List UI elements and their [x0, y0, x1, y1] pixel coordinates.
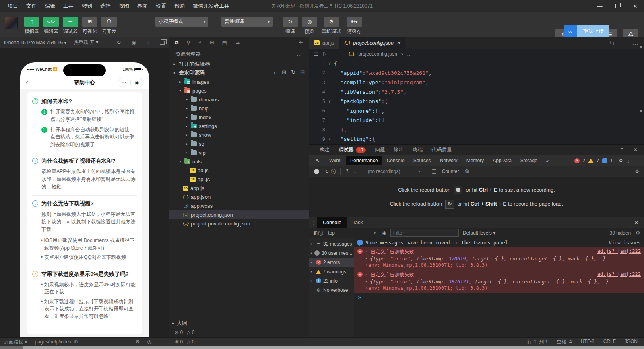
editor-scrollbar[interactable]: [640, 46, 643, 142]
files-icon[interactable]: ⧉: [175, 39, 178, 46]
tree-folder-show[interactable]: ▸ show: [169, 130, 309, 139]
restore-button[interactable]: [609, 0, 626, 12]
code-area[interactable]: 1∨{ 2 "appid": "wxad9cb302c735a261", 3 "…: [309, 59, 644, 144]
minimize-button[interactable]: —: [591, 0, 609, 12]
split-editor-icon[interactable]: [621, 41, 625, 45]
more-icon[interactable]: …: [159, 339, 163, 345]
close-circle-icon[interactable]: ◉: [131, 80, 143, 85]
copy-icon[interactable]: ⧉: [74, 339, 78, 345]
tree-folder-images[interactable]: ▸ ◫ images: [169, 77, 309, 86]
load-profile-icon[interactable]: ⤒: [346, 169, 348, 174]
watch-icon[interactable]: ◎: [147, 339, 151, 345]
multi-window-icon[interactable]: [160, 41, 165, 45]
breadcrumb-more[interactable]: …: [407, 51, 412, 57]
filter-warnings[interactable]: ▸7 warnings: [309, 267, 354, 276]
devtools-settings-icon[interactable]: ⚙: [619, 158, 623, 163]
devtools-tab-wxml[interactable]: Wxml: [325, 156, 345, 165]
devtools-tab-appdata[interactable]: AppData: [489, 156, 516, 165]
close-tab-icon[interactable]: ✕: [396, 40, 400, 46]
tab-terminal[interactable]: 终端: [413, 145, 423, 155]
menu-tools[interactable]: 工具: [60, 1, 77, 11]
tab-task[interactable]: Task: [347, 217, 369, 228]
outline-icon[interactable]: ☰: [314, 51, 318, 57]
view-issues-link[interactable]: View issues: [609, 240, 641, 246]
filter-verbose[interactable]: ⚙No verbose: [309, 285, 354, 295]
devtools-tab-console[interactable]: Console: [383, 156, 409, 165]
devtools-tab-sources[interactable]: Sources: [409, 156, 435, 165]
tab-api-js[interactable]: JS api.js: [309, 37, 339, 49]
tree-file-ad-js[interactable]: JS ad.js: [169, 166, 309, 175]
tree-file-project-private-config-json[interactable]: {..} project.private.config.json: [169, 219, 309, 228]
npm-icon[interactable]: ▤: [222, 39, 227, 45]
simulator-toggle-button[interactable]: ▯ 模拟器: [23, 17, 40, 35]
menu-interface[interactable]: 界面: [134, 1, 151, 11]
capture-settings-icon[interactable]: ⚙: [635, 169, 639, 174]
user-avatar[interactable]: [5, 17, 18, 29]
tree-section-open-editors[interactable]: ▸ 打开的编辑器: [169, 60, 309, 68]
eol-setting[interactable]: CRLF: [603, 339, 616, 345]
menu-edit[interactable]: 编辑: [41, 1, 59, 11]
devtools-tab-storage[interactable]: Storage: [516, 156, 541, 165]
recordings-dropdown[interactable]: (no recordings)▾: [368, 169, 420, 174]
devtools-tab-performance[interactable]: Performance: [346, 156, 382, 165]
filter-errors[interactable]: ▸✕2 errors: [309, 258, 354, 267]
new-folder-icon[interactable]: ⊞: [282, 69, 286, 76]
encoding-setting[interactable]: UTF-8: [581, 339, 594, 345]
dock-side-icon[interactable]: [634, 159, 638, 163]
counter-checkbox[interactable]: [432, 169, 436, 174]
bug-icon[interactable]: ⚙: [136, 339, 140, 345]
fold-icon[interactable]: ∨: [325, 137, 334, 141]
expand-icon[interactable]: ▸: [365, 250, 367, 254]
breadcrumb-file[interactable]: project.config.json: [358, 51, 397, 57]
menu-project[interactable]: 项目: [4, 1, 22, 11]
filter-info[interactable]: ▸i23 info: [309, 276, 354, 285]
devtools-tab-network[interactable]: Network: [436, 156, 462, 165]
close-panel-icon[interactable]: ✕: [634, 147, 638, 153]
collapse-sidebar-icon[interactable]: ⇤: [299, 39, 303, 45]
tree-folder-utils[interactable]: ▾ ＋ utils: [169, 157, 309, 166]
menu-devtools[interactable]: 微信开发者工具: [189, 1, 233, 11]
message-count[interactable]: 1: [610, 158, 613, 163]
tree-file-app-json[interactable]: {..} app.json: [169, 192, 309, 201]
tab-code-quality[interactable]: 代码质量: [431, 145, 452, 155]
drag-handle-icon[interactable]: ⋮: [309, 220, 317, 226]
levels-dropdown[interactable]: Default levels ▾: [463, 230, 495, 236]
indent-setting[interactable]: 空格: 4: [557, 339, 572, 345]
page-path-dropdown[interactable]: 页面路径 ▾: [4, 339, 27, 345]
collapse-panel-icon[interactable]: ⌃: [620, 147, 624, 153]
tree-folder-sq[interactable]: ▸ sq: [169, 139, 309, 148]
tree-file-app-js[interactable]: JS app.js: [169, 184, 309, 192]
close-console-icon[interactable]: ✕: [634, 220, 638, 226]
console-settings-icon[interactable]: ⚙: [636, 230, 640, 236]
rotate-icon[interactable]: ↻: [117, 39, 121, 45]
tree-folder-pages[interactable]: ▾ ▣ pages: [169, 86, 309, 95]
language-mode[interactable]: JSON: [625, 339, 638, 345]
more-options-icon[interactable]: ⋮: [626, 158, 631, 163]
tree-section-project-root[interactable]: ▾ 去水印源码 ＋ ⊞ ↻ ⊟: [169, 68, 309, 77]
save-profile-icon[interactable]: ⤓: [354, 169, 356, 174]
filter-all-messages[interactable]: ▸☰32 messages: [309, 239, 354, 248]
close-button[interactable]: ✕: [626, 0, 644, 12]
tab-output[interactable]: 输出: [394, 145, 404, 155]
menu-goto[interactable]: 转到: [78, 1, 96, 11]
record-icon[interactable]: ◉: [132, 39, 136, 45]
remote-debug-button[interactable]: ⚙ 真机调试: [320, 17, 342, 35]
trash-icon[interactable]: 🗑: [464, 169, 469, 174]
error-count[interactable]: 2: [582, 158, 585, 163]
cloud-icon[interactable]: ☁: [235, 39, 240, 45]
debugger-toggle-button[interactable]: ⚌ 调试器: [62, 17, 79, 35]
inspect-element-icon[interactable]: ⬉: [312, 158, 323, 163]
source-link[interactable]: ad.js? [sm]:222: [597, 248, 641, 254]
collapse-all-icon[interactable]: ⊟: [300, 69, 305, 76]
tree-folder-vip[interactable]: ▸ vip: [169, 148, 309, 157]
tree-folder-index[interactable]: ▸ index: [169, 113, 309, 122]
context-dropdown[interactable]: top▾: [326, 229, 378, 237]
expand-icon[interactable]: ▸: [365, 279, 367, 285]
tab-build[interactable]: 构建: [320, 145, 330, 155]
console-prompt[interactable]: >: [354, 293, 644, 302]
phone-frame-icon[interactable]: ▯: [147, 39, 149, 45]
tree-folder-settings[interactable]: ▸ ✱ settings: [169, 122, 309, 130]
menu-settings[interactable]: 设置: [152, 1, 170, 11]
more-actions-icon[interactable]: …: [297, 51, 303, 57]
filter-input[interactable]: [390, 229, 459, 237]
